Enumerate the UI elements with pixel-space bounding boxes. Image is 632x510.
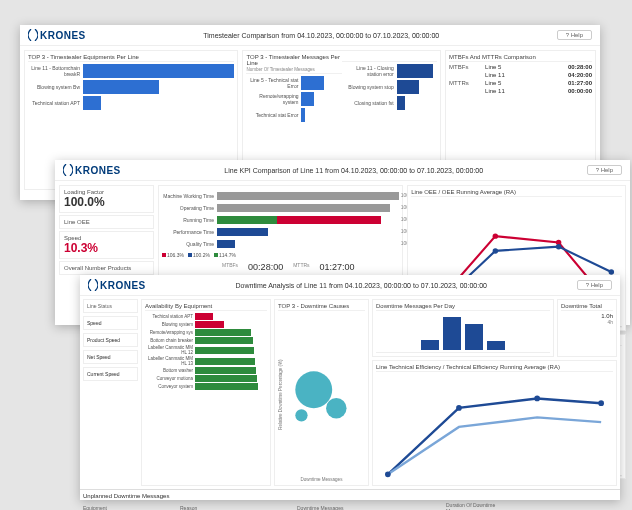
line-oee-card: Line OEE xyxy=(59,215,154,229)
bar-row: Closing station fst xyxy=(342,96,437,110)
avail-row: Conveyor system xyxy=(145,383,267,390)
downtime-total-card: Downtime Total 1.0h 4h xyxy=(557,299,617,357)
help-button[interactable]: ? Help xyxy=(587,165,622,175)
panel-title: Downtime Analysis of Line 11 from 04.10.… xyxy=(146,282,577,289)
table-header: EquipmentReasonDowntime MessagesDuration… xyxy=(83,501,617,510)
downtime-panel: KRONES Downtime Analysis of Line 11 from… xyxy=(80,275,620,500)
mpd-bar xyxy=(443,317,461,350)
speed-card: Speed 10.3% xyxy=(59,231,154,259)
krones-icon xyxy=(63,164,73,176)
availability-card: Availability By Equipment Techical stati… xyxy=(141,299,271,486)
avail-row: Conveyor motiona xyxy=(145,375,267,382)
avail-row: Remote/wrapping sys xyxy=(145,329,267,336)
kpi-value: 10.3% xyxy=(64,241,149,255)
bar-row: Blowing system stop xyxy=(342,80,437,94)
speed-kpi: Speed xyxy=(83,316,138,330)
gantt-row: Operating Time100 xyxy=(162,203,399,213)
panel-title: Timestealer Comparison from 04.10.2023, … xyxy=(86,32,557,39)
product-speed-kpi: Product Speed xyxy=(83,333,138,347)
net-speed-kpi: Net Speed xyxy=(83,350,138,364)
svg-point-24 xyxy=(598,400,604,406)
avail-row: Techical station APT xyxy=(145,313,267,320)
gantt-row: Running Time100 xyxy=(162,215,399,225)
panel-header: KRONES Line KPI Comparison of Line 11 fr… xyxy=(55,160,630,181)
table-title: Unplanned Downtime Messages xyxy=(83,493,617,499)
gantt-row: Quality Time100 xyxy=(162,239,399,249)
card-title: TOP 3 - Timestealer Equipments Per Line xyxy=(28,54,234,62)
card-title: Line OEE / OEE Running Average (RA) xyxy=(411,189,622,197)
bar-row: Line 11 - Bottomchain breakR xyxy=(28,64,234,78)
card-title xyxy=(342,54,437,62)
card-title: Downtime Total xyxy=(561,303,613,311)
help-button[interactable]: ? Help xyxy=(557,30,592,40)
svg-point-20 xyxy=(295,409,307,421)
brand-logo: KRONES xyxy=(28,29,86,41)
downtime-sidebar: Line Status Speed Product Speed Net Spee… xyxy=(83,299,138,486)
messages-bar-chart-left: Line 5 - Technical stat ErrorRemote/wrap… xyxy=(246,76,341,122)
bubble-chart xyxy=(283,313,365,477)
x-axis-label: Downtime Messages xyxy=(278,477,365,482)
gantt-chart: Machine Working Time100Operating Time100… xyxy=(162,191,399,249)
overall-products-card: Overall Number Products xyxy=(59,261,154,275)
card-title: Availability By Equipment xyxy=(145,303,267,311)
krones-icon xyxy=(28,29,38,41)
msg-per-day-card: Downtime Messages Per Day xyxy=(372,299,554,357)
bar-row: Technical station APT xyxy=(28,96,234,110)
avail-row: Labeller Canmatic MM HL 12 xyxy=(145,345,267,355)
avail-row: Bottom chain breaker xyxy=(145,337,267,344)
mpd-bar xyxy=(465,324,483,350)
krones-icon xyxy=(88,279,98,291)
help-button[interactable]: ? Help xyxy=(577,280,612,290)
panel-header: KRONES Downtime Analysis of Line 11 from… xyxy=(80,275,620,296)
total-value: 4h xyxy=(561,319,613,325)
loading-factor-card: Loading Factor 100.0% xyxy=(59,185,154,213)
card-title: Line Technical Efficiency / Technical Ef… xyxy=(376,364,613,372)
svg-point-18 xyxy=(295,371,332,408)
bar-row: Technical stat Error xyxy=(246,108,341,122)
svg-point-8 xyxy=(609,269,614,274)
card-title: TOP 3 - Downtime Causes xyxy=(278,303,365,311)
line-status-card: Line Status xyxy=(83,299,138,313)
gantt-row: Performance Time100 xyxy=(162,227,399,237)
svg-point-7 xyxy=(556,244,561,249)
availability-chart: Techical station APTBlowing systemRemote… xyxy=(145,313,267,390)
svg-point-19 xyxy=(326,398,347,419)
mpd-bar xyxy=(487,341,505,350)
time-row: MTBFs 00:28:00 MTTRs 01:27:00 xyxy=(162,262,399,272)
equipments-bar-chart: Line 11 - Bottomchain breakRBlowing syst… xyxy=(28,64,234,110)
gantt-legend: 106.3%100.2%114.7% xyxy=(162,252,399,258)
avail-row: Blowing system xyxy=(145,321,267,328)
svg-point-6 xyxy=(493,248,498,253)
bar-row: Line 11 - Closing station error xyxy=(342,64,437,78)
mpd-bar xyxy=(421,340,439,351)
brand-logo: KRONES xyxy=(88,279,146,291)
card-title: TOP 3 - Timestealer Messages Per LineNum… xyxy=(246,54,341,74)
avail-row: Labeller Canmatic MM HL 13 xyxy=(145,356,267,366)
brand-logo: KRONES xyxy=(63,164,121,176)
bar-row: Line 5 - Technical stat Error xyxy=(246,76,341,90)
panel-header: KRONES Timestealer Comparison from 04.10… xyxy=(20,25,600,46)
gantt-row: Machine Working Time100 xyxy=(162,191,399,201)
current-speed-kpi: Current Speed xyxy=(83,367,138,381)
card-title: Downtime Messages Per Day xyxy=(376,303,550,311)
card-title: MTBFs And MTTRs Comparison xyxy=(449,54,592,62)
svg-point-21 xyxy=(385,471,391,477)
bar-row: Remote/wrapping system xyxy=(246,92,341,106)
messages-bar-chart-right: Line 11 - Closing station errorBlowing s… xyxy=(342,64,437,110)
svg-point-2 xyxy=(493,233,498,238)
avail-row: Bottom washer xyxy=(145,367,267,374)
svg-point-22 xyxy=(456,405,462,411)
bar-row: Blowing system Bw xyxy=(28,80,234,94)
kpi-value: 100.0% xyxy=(64,195,149,209)
downtime-causes-card: TOP 3 - Downtime Causes Relative Downtim… xyxy=(274,299,369,486)
kpi-label: Overall Number Products xyxy=(64,265,149,271)
tech-eff-card: Line Technical Efficiency / Technical Ef… xyxy=(372,360,617,486)
mtbf-grid: MTBFsLine 500:28:00Line 1104:20:00MTTRsL… xyxy=(449,64,592,94)
svg-point-23 xyxy=(534,396,540,402)
msg-per-day-chart xyxy=(376,313,550,353)
y-axis-label: Relative Downtime Percentage (%) xyxy=(278,313,283,477)
tech-eff-chart xyxy=(376,374,613,492)
kpi-label: Line OEE xyxy=(64,219,149,225)
panel-title: Line KPI Comparison of Line 11 from 04.1… xyxy=(121,167,587,174)
